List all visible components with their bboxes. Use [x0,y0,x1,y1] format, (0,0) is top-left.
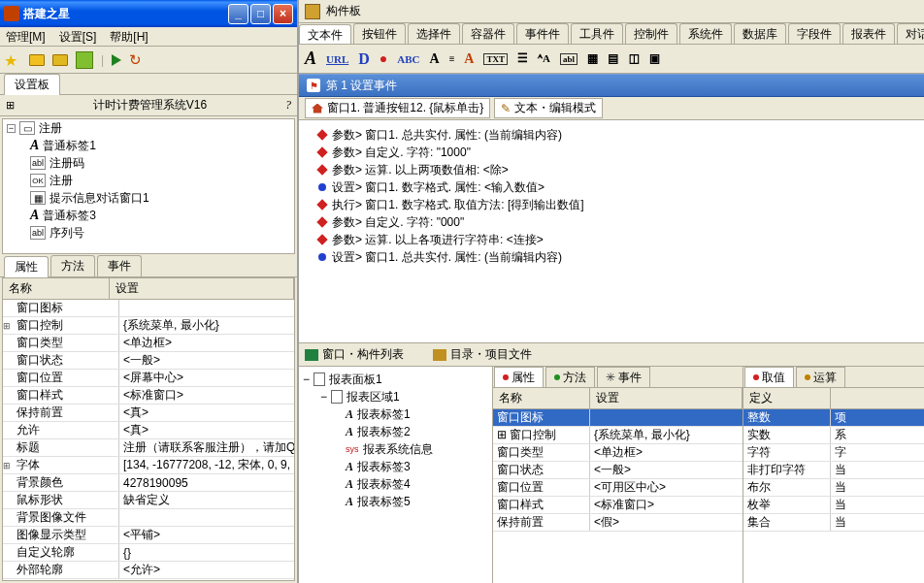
tree-item[interactable]: A报表标签2 [303,423,488,440]
script-line[interactable]: 设置> 窗口1. 数字格式. 属性: <输入数值> [303,178,924,196]
property-row[interactable]: 保持前置<真> [3,405,294,422]
close-button[interactable]: × [273,4,293,24]
menu-manage[interactable]: 管理[M] [6,29,46,44]
property-row[interactable]: 窗口样式<标准窗口> [3,387,294,405]
folder-icon[interactable] [29,54,45,66]
value-row[interactable]: 集合当 [743,514,924,532]
script-line[interactable]: 执行> 窗口1. 数字格式. 取值方法: [得到输出数值] [303,196,924,213]
tab-project-files[interactable]: 目录・项目文件 [433,346,532,363]
property-row[interactable]: 允许<真> [3,422,294,439]
collapse-icon[interactable]: − [303,372,310,386]
tab-window-components[interactable]: 窗口・构件列表 [305,346,404,363]
property-row[interactable]: 图像显示类型<平铺> [3,527,294,544]
breadcrumb-mode[interactable]: ✎文本・编辑模式 [494,98,603,118]
property-row[interactable]: 窗口位置<屏幕中心> [3,370,294,387]
property-row[interactable]: ⊞窗口控制{系统菜单, 最小化} [3,317,294,335]
grid-icon[interactable]: ⊞ [6,99,15,112]
tree-item[interactable]: sys报表系统信息 [303,440,488,458]
menu-settings[interactable]: 设置[S] [59,29,97,44]
tree-item[interactable]: 注册 [50,173,73,189]
open-folder-icon[interactable] [52,54,68,66]
bot-value-grid[interactable]: 定义 整数项实数系字符字非打印字符当布尔当枚举当集合当 [743,388,924,583]
comp-tab[interactable]: 系统件 [679,23,732,44]
collapse-icon[interactable]: − [320,390,327,404]
tree-item[interactable]: A报表标签3 [303,458,488,475]
grid-comp-icon[interactable]: ▦ [587,51,598,66]
tree-item[interactable]: 提示信息对话窗口1 [50,190,149,207]
script-line[interactable]: 参数> 窗口1. 总共实付. 属性: (当前编辑内容) [303,126,924,144]
value-row[interactable]: 布尔当 [743,479,924,497]
value-row[interactable]: 枚举当 [743,497,924,514]
panel-comp-icon[interactable]: ▣ [649,51,660,66]
save-icon[interactable] [76,51,93,69]
help-icon[interactable]: ? [285,98,291,113]
menu-help[interactable]: 帮助[H] [110,29,148,44]
comp-tab[interactable]: 容器件 [462,23,514,44]
comp-tab[interactable]: 对话窗 [897,23,924,44]
notes-icon[interactable]: ☰ [517,51,528,66]
property-row[interactable]: 窗口样式<标准窗口> [493,497,742,514]
favorite-icon[interactable]: ★ [4,51,21,69]
script-line[interactable]: 设置> 窗口1. 总共实付. 属性: (当前编辑内容) [303,248,924,266]
comp-tab[interactable]: 事件件 [516,23,569,44]
script-line[interactable]: 参数> 自定义. 字符: "1000" [303,144,924,161]
comp-tab[interactable]: 选择件 [408,23,460,44]
url-icon[interactable]: URL [326,53,348,65]
bot-tab-calc[interactable]: 运算 [796,367,845,387]
small-a-icon[interactable]: ᴬA [538,52,550,65]
comp-tab[interactable]: 控制件 [625,23,677,44]
comp-tab[interactable]: 按钮件 [353,23,406,44]
tab-methods[interactable]: 方法 [50,255,95,276]
value-row[interactable]: 非打印字符当 [743,462,924,479]
tree-item[interactable]: A报表标签4 [303,475,488,493]
property-row[interactable]: 窗口状态<一般> [493,462,742,479]
script-line[interactable]: 参数> 自定义. 字符: "000" [303,213,924,231]
value-row[interactable]: 实数系 [743,427,924,444]
tree-item[interactable]: 报表面板1 [329,372,382,388]
minimize-button[interactable]: _ [228,4,248,24]
property-row[interactable]: 鼠标形状缺省定义 [3,492,294,509]
property-row[interactable]: 保持前置<假> [493,514,742,532]
tree-item[interactable]: 普通标签1 [43,138,96,154]
property-row[interactable]: 窗口位置<可用区中心> [493,479,742,497]
tab-events[interactable]: 事件 [97,255,142,276]
bot-tab-method[interactable]: 方法 [545,367,595,387]
refresh-icon[interactable]: ↻ [129,51,147,69]
bot-tab-attr[interactable]: 属性 [494,367,544,387]
d-icon[interactable]: D [358,50,370,68]
tree-item[interactable]: A报表标签1 [303,405,488,423]
color-a-icon[interactable]: A [464,51,474,67]
comp-tab[interactable]: 报表件 [842,23,895,44]
property-row[interactable]: ⊞字体[134, -16777208, -12, 宋体, 0, 9, 0 [3,457,294,474]
comp-tab[interactable]: 工具件 [571,23,623,44]
bot-property-grid[interactable]: 名称设置 窗口图标⊞ 窗口控制{系统菜单, 最小化}窗口类型<单边框>窗口状态<… [493,388,742,583]
tab-settings-board[interactable]: 设置板 [4,74,60,95]
font-a-icon[interactable]: A [430,51,440,67]
property-row[interactable]: 外部轮廓<允许> [3,562,294,579]
tree-root[interactable]: 注册 [39,120,62,137]
maximize-button[interactable]: □ [250,4,271,24]
abl-icon[interactable]: abl [560,53,578,65]
property-row[interactable]: 自定义轮廓{} [3,544,294,562]
value-row[interactable]: 字符字 [743,444,924,462]
property-row[interactable]: 窗口图标 [3,300,294,317]
collapse-icon[interactable]: − [7,124,16,133]
breadcrumb-target[interactable]: 窗口1. 普通按钮12. {鼠标单击} [305,98,490,118]
comp-tab[interactable]: 数据库 [734,23,786,44]
script-line[interactable]: 参数> 运算. 以上各项进行字符串: <连接> [303,231,924,248]
txt-icon[interactable]: TXT [483,53,508,65]
tree-item[interactable]: 序列号 [50,225,84,242]
property-row[interactable]: 背景图像文件 [3,509,294,527]
property-row[interactable]: 窗口类型<单边框> [3,335,294,352]
script-line[interactable]: 参数> 运算. 以上两项数值相: <除> [303,161,924,178]
script-list[interactable]: 参数> 窗口1. 总共实付. 属性: (当前编辑内容)参数> 自定义. 字符: … [299,120,924,342]
tree-item[interactable]: A报表标签5 [303,493,488,510]
property-grid[interactable]: 名称 设置 窗口图标⊞窗口控制{系统菜单, 最小化}窗口类型<单边框>窗口状态<… [2,277,295,581]
bot-tab-value[interactable]: 取值 [744,367,794,387]
tree-item[interactable]: 注册码 [50,155,84,172]
property-row[interactable]: 窗口状态<一般> [3,352,294,370]
tree-item[interactable]: 报表区域1 [346,389,400,405]
tree-item[interactable]: 普通标签3 [43,208,96,224]
abc-icon[interactable]: ABC [397,53,419,65]
comp-tab[interactable]: 文本件 [299,24,351,45]
